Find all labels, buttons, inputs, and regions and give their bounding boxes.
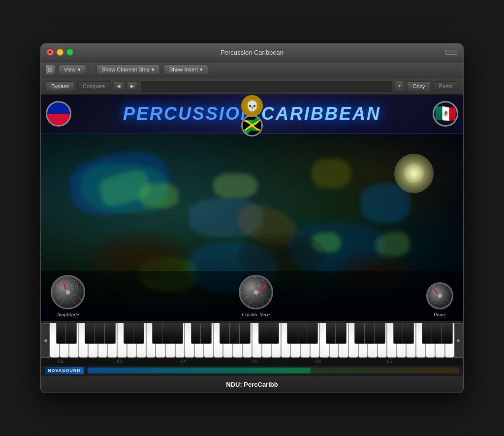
caribb-verb-center	[254, 290, 258, 294]
keyboard-section: ◀ // Keyboard rendered via inline genera…	[41, 321, 463, 375]
status-bar: NDU: PercCaribb	[41, 375, 463, 393]
window-resize-handle[interactable]	[445, 50, 457, 55]
black-key-9[interactable]	[133, 323, 144, 344]
novasound-logo: NOVASOUND	[45, 367, 84, 374]
amplitude-dial[interactable]	[51, 275, 85, 309]
maximize-button[interactable]	[66, 49, 73, 56]
title-bar: ✕ Percussion Caribbean	[41, 44, 463, 62]
show-insert-button[interactable]: Show Insert ▾	[164, 65, 208, 75]
black-key-27[interactable]	[307, 323, 318, 344]
status-text: NDU: PercCaribb	[226, 381, 278, 388]
title-bar-buttons: ✕	[47, 49, 73, 56]
key-label-c6: C6	[315, 359, 321, 364]
title-right-controls	[445, 50, 457, 55]
key-label-c2: C2	[58, 359, 63, 364]
panic-control: Panic	[426, 282, 453, 317]
paste-button[interactable]: Paste	[434, 81, 458, 91]
map-island-2	[139, 183, 179, 208]
copy-button[interactable]: Copy	[407, 81, 431, 91]
keyboard: // Keyboard rendered via inline generati…	[50, 323, 454, 358]
caribb-verb-dial[interactable]	[239, 275, 273, 309]
amplitude-control: Amplitude	[51, 275, 85, 317]
keyboard-right-arrow[interactable]: ▶	[454, 323, 463, 358]
black-key-41[interactable]	[441, 323, 453, 344]
black-key-2[interactable]	[65, 323, 77, 344]
keyboard-left-arrow[interactable]: ◀	[41, 323, 50, 358]
key-label-c5: C5	[252, 359, 258, 364]
view-button[interactable]: View ▾	[59, 65, 86, 75]
panic-label: Panic	[434, 311, 446, 317]
chain-icon: ⛓	[46, 65, 55, 74]
plugin-area: PERCUSSION CARIBBEAN 💀 🇯🇲 🇲🇽	[41, 95, 463, 375]
black-key-23[interactable]	[268, 323, 279, 344]
preset-toolbar: Bypass Compare ◀ ▶ — ▾ Copy Paste	[41, 78, 463, 95]
preset-display: —	[141, 81, 392, 92]
view-chevron-icon: ▾	[78, 67, 81, 73]
terrain-3	[238, 233, 326, 277]
channel-strip-chevron-icon: ▾	[152, 67, 155, 73]
black-key-6[interactable]	[104, 323, 116, 344]
amplitude-label: Amplitude	[57, 311, 79, 317]
black-key-13[interactable]	[172, 323, 183, 344]
prev-preset-button[interactable]: ◀	[113, 81, 124, 91]
map-island-3	[213, 173, 257, 198]
black-key-16[interactable]	[200, 323, 212, 344]
black-key-30[interactable]	[335, 323, 346, 344]
panic-center	[438, 294, 442, 298]
novasound-meter	[88, 368, 459, 373]
map-area: Amplitude Caribb. Verb	[41, 134, 463, 321]
main-toolbar: ⛓ View ▾ Show Channel Strip ▾ Show Inser…	[41, 62, 463, 78]
caribb-verb-control: Caribb. Verb	[239, 275, 273, 317]
novasound-bar: NOVASOUND	[41, 366, 463, 375]
key-label-c7: C7	[387, 359, 393, 364]
plugin-banner: PERCUSSION CARIBBEAN 💀 🇯🇲 🇲🇽	[41, 95, 463, 134]
black-key-34[interactable]	[374, 323, 385, 344]
mexico-flag: 🇲🇽	[433, 101, 458, 127]
haiti-flag	[46, 101, 71, 127]
key-label-c4: C4	[180, 359, 186, 364]
keyboard-wrapper: ◀ // Keyboard rendered via inline genera…	[41, 323, 463, 358]
next-preset-button[interactable]: ▶	[127, 81, 138, 91]
caribb-verb-label: Caribb. Verb	[242, 311, 270, 317]
star-glow-2	[404, 164, 424, 183]
skull-badge: 💀	[241, 95, 263, 117]
insert-chevron-icon: ▾	[200, 67, 203, 73]
main-window: ✕ Percussion Caribbean ⛓ View ▾ Show Cha…	[40, 43, 464, 393]
jamaica-flag: 🇯🇲	[241, 115, 263, 136]
panic-dial[interactable]	[426, 282, 453, 309]
amplitude-dial-center	[66, 290, 70, 294]
compare-button[interactable]: Compare	[77, 81, 110, 91]
preset-dropdown-button[interactable]: ▾	[395, 81, 404, 92]
controls-row: Amplitude Caribb. Verb	[41, 271, 463, 321]
novasound-meter-fill	[88, 368, 311, 373]
map-island-5	[312, 159, 351, 188]
banner-title-area: PERCUSSION CARIBBEAN 💀 🇯🇲	[71, 105, 433, 123]
key-label-c3: C3	[117, 359, 123, 364]
minimize-button[interactable]	[57, 49, 63, 56]
bypass-button[interactable]: Bypass	[46, 81, 74, 91]
black-key-20[interactable]	[239, 323, 251, 344]
window-title: Percussion Caribbean	[220, 49, 284, 56]
show-channel-strip-button[interactable]: Show Channel Strip ▾	[96, 65, 160, 75]
keyboard-labels: C2 C3 C4 C5 C6 C7	[41, 358, 463, 366]
black-key-37[interactable]	[403, 323, 414, 344]
toolbar-separator-1	[91, 65, 92, 74]
close-button[interactable]: ✕	[47, 49, 54, 56]
